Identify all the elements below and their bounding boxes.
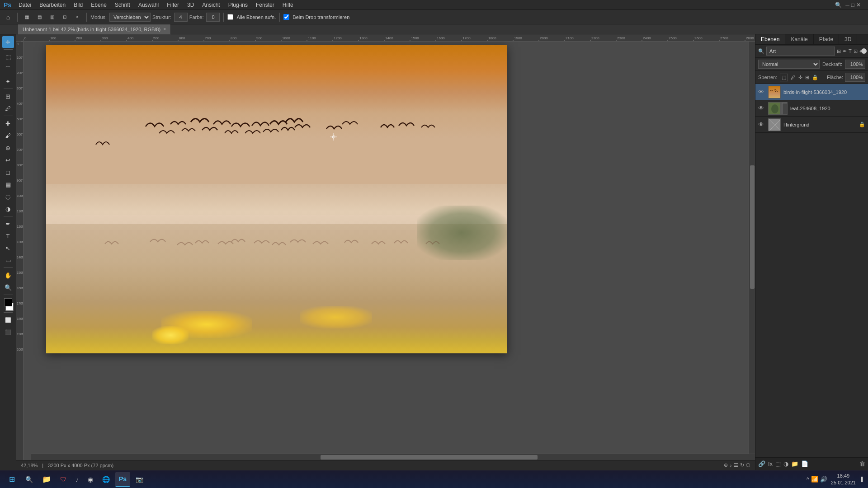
tab-ebenen[interactable]: Ebenen [755, 34, 785, 44]
taskbar-app6-btn[interactable]: 🌐 [99, 472, 113, 487]
gradient-tool[interactable]: ▤ [2, 178, 14, 190]
menu-item-auswahl[interactable]: Auswahl [135, 1, 162, 9]
healing-brush-tool[interactable]: ✚ [2, 117, 14, 129]
tab-3d[interactable]: 3D [839, 34, 857, 44]
move-tool[interactable]: ✛ [2, 36, 14, 48]
taskbar-music-btn[interactable]: ♪ [72, 472, 82, 487]
color-input[interactable] [206, 13, 220, 22]
link-layers-btn[interactable]: 🔗 [758, 460, 765, 467]
menu-item-fenster[interactable]: Fenster [252, 1, 278, 9]
all-layers-checkbox[interactable] [227, 14, 233, 20]
taskbar-photoshop-btn[interactable]: Ps [115, 472, 130, 487]
eyedropper-tool[interactable]: 🖊 [2, 103, 14, 114]
filter-type-btn1[interactable]: ⊞ [837, 48, 841, 54]
mode-select[interactable]: Verschieben [109, 13, 151, 22]
windows-start-btn[interactable]: ⊞ [4, 472, 20, 487]
layer-visibility-birds[interactable]: 👁 [758, 89, 765, 95]
foreground-color[interactable] [4, 298, 12, 306]
menu-item-hilfe[interactable]: Hilfe [279, 1, 297, 9]
layer-item-leaf[interactable]: 👁 leaf-254608_192 [755, 100, 868, 117]
menu-item-bearbeiten[interactable]: Bearbeiten [36, 1, 69, 9]
tray-network-icon[interactable]: 📶 [811, 476, 818, 483]
lock-all-btn[interactable]: 🔒 [812, 75, 818, 80]
menu-item-ansicht[interactable]: Ansicht [198, 1, 223, 9]
screen-mode-tool[interactable]: ⬛ [2, 326, 14, 338]
add-mask-btn[interactable]: ⬚ [775, 460, 781, 467]
tool-mode-btn3[interactable]: ▥ [47, 12, 57, 23]
magic-wand-tool[interactable]: ✦ [2, 75, 14, 87]
add-group-btn[interactable]: 📁 [791, 460, 798, 467]
clock-display[interactable]: 18:49 25.01.2021 [831, 473, 856, 486]
type-tool[interactable]: T [2, 230, 14, 242]
tool-mode-btn1[interactable]: ▦ [21, 12, 32, 23]
layer-search-input[interactable] [766, 47, 835, 56]
structure-input[interactable] [174, 13, 188, 22]
opacity-input[interactable] [845, 60, 865, 69]
menu-item-plugins[interactable]: Plug-ins [225, 1, 251, 9]
tool-mode-btn2[interactable]: ▤ [34, 12, 45, 23]
tab-pfade[interactable]: Pfade [814, 34, 839, 44]
show-desktop-btn[interactable]: ▌ [861, 477, 864, 482]
add-layer-btn[interactable]: 📄 [801, 460, 808, 467]
lock-artboard-btn[interactable]: ⊞ [805, 75, 809, 80]
tab-kanaele[interactable]: Kanäle [785, 34, 813, 44]
close-btn[interactable]: ✕ [856, 2, 861, 8]
canvas-area[interactable] [24, 42, 755, 460]
zoom-tool[interactable]: 🔍 [2, 282, 14, 293]
menu-item-datei[interactable]: Datei [15, 1, 35, 9]
lasso-tool[interactable]: ⌒ [2, 63, 14, 75]
h-scrollbar[interactable] [31, 454, 755, 460]
layer-item-hintergrund[interactable]: 👁 Hintergrund 🔒 [755, 117, 868, 133]
quick-mask-tool[interactable]: ⬜ [2, 314, 14, 326]
menu-item-3d[interactable]: 3D [184, 1, 198, 9]
taskbar-app5-btn[interactable]: ◉ [84, 472, 97, 487]
path-selection-tool[interactable]: ↖ [2, 242, 14, 254]
blur-tool[interactable]: ◌ [2, 191, 14, 202]
brush-tool[interactable]: 🖌 [2, 130, 14, 141]
history-brush-tool[interactable]: ↩ [2, 154, 14, 166]
menu-item-filter[interactable]: Filter [163, 1, 183, 9]
filter-type-btn4[interactable]: ⊡ [854, 48, 858, 54]
taskbar-camera-btn[interactable]: 📷 [132, 472, 147, 487]
layer-visibility-hintergrund[interactable]: 👁 [758, 121, 765, 128]
filter-type-btn3[interactable]: T [849, 48, 852, 54]
taskbar-search-btn[interactable]: 🔍 [22, 472, 37, 487]
crop-tool[interactable]: ⊞ [2, 90, 14, 102]
selection-tool[interactable]: ⬚ [2, 51, 14, 63]
fill-input[interactable] [845, 73, 865, 82]
search-icon-top[interactable]: 🔍 [835, 2, 842, 8]
add-adjustment-btn[interactable]: ◑ [783, 460, 788, 467]
tool-mode-btn4[interactable]: ⊡ [59, 12, 70, 23]
maximize-btn[interactable]: □ [851, 2, 854, 8]
home-button[interactable]: ⌂ [3, 12, 14, 23]
clone-stamp-tool[interactable]: ⊕ [2, 142, 14, 154]
tray-volume-icon[interactable]: 🔊 [820, 476, 827, 483]
blend-mode-select[interactable]: Normal Multiplizieren Abwedeln [758, 60, 820, 69]
lock-move-btn[interactable]: ✛ [798, 75, 802, 80]
transform-checkbox[interactable] [283, 14, 289, 20]
layer-item-birds[interactable]: 👁 [755, 84, 868, 100]
shape-tool[interactable]: ▭ [2, 254, 14, 266]
menu-item-ebene[interactable]: Ebene [87, 1, 110, 9]
tab-close-btn[interactable]: × [163, 27, 166, 32]
hand-tool[interactable]: ✋ [2, 269, 14, 281]
eraser-tool[interactable]: ◻ [2, 166, 14, 178]
filter-type-btn2[interactable]: ✒ [843, 48, 847, 54]
lock-brush-btn[interactable]: 🖊 [791, 75, 796, 80]
v-scrollbar[interactable] [749, 42, 755, 454]
tray-up-arrow[interactable]: ^ [807, 476, 809, 483]
taskbar-shield-btn[interactable]: 🛡 [57, 472, 70, 487]
taskbar-fileexplorer-btn[interactable]: 📁 [38, 472, 55, 487]
pen-tool[interactable]: ✒ [2, 218, 14, 230]
add-style-btn[interactable]: fx [768, 460, 773, 467]
lock-transparent-btn[interactable]: ⬚ [780, 74, 788, 81]
document-tab[interactable]: Unbenannt-1 bei 42,2% (birds-in-flight-5… [18, 24, 171, 34]
delete-layer-btn[interactable]: 🗑 [859, 460, 865, 467]
dodge-tool[interactable]: ◑ [2, 203, 14, 215]
layer-visibility-leaf[interactable]: 👁 [758, 105, 765, 112]
tool-mode-btn5[interactable]: ⌖ [72, 12, 83, 23]
minimize-btn[interactable]: ─ [845, 2, 849, 8]
window-btn-area: ─ □ ✕ [845, 2, 861, 8]
menu-item-schrift[interactable]: Schrift [111, 1, 134, 9]
menu-item-bild[interactable]: Bild [70, 1, 86, 9]
